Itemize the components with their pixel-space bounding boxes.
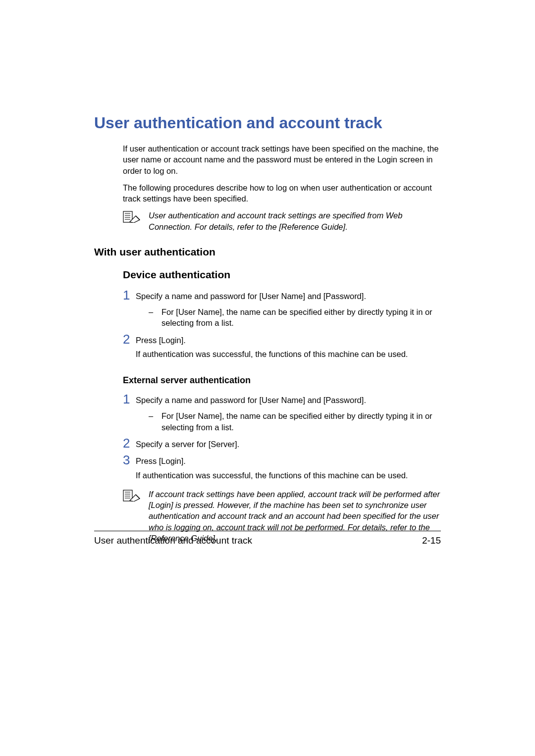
step-text: Specify a name and password for [User Na… xyxy=(136,395,366,405)
step-text: Specify a name and password for [User Na… xyxy=(136,291,366,302)
sub-row: – For [User Name], the name can be speci… xyxy=(94,306,441,329)
step-after: If authentication was successful, the fu… xyxy=(136,349,408,359)
step-after: If authentication was successful, the fu… xyxy=(136,470,408,481)
step-body: Specify a name and password for [User Na… xyxy=(136,394,366,408)
footer-rule xyxy=(94,531,441,531)
step-row: 1 Specify a name and password for [User … xyxy=(94,290,441,304)
section-device-auth: Device authentication xyxy=(94,269,441,281)
step-text: Press [Login]. xyxy=(136,455,408,466)
note-icon xyxy=(123,211,142,225)
note-icon xyxy=(123,490,142,504)
note-text-1: User authentication and account track se… xyxy=(149,210,441,232)
page-footer: User authentication and account track 2-… xyxy=(94,531,441,546)
footer-right: 2-15 xyxy=(422,535,441,546)
sub-text: For [User Name], the name can be specifi… xyxy=(161,410,441,433)
section-with-user-auth: With user authentication xyxy=(94,246,441,258)
step-row: 1 Specify a name and password for [User … xyxy=(94,394,441,408)
intro-block: If user authentication or account track … xyxy=(94,143,441,204)
step-text: Press [Login]. xyxy=(136,335,408,346)
step-row: 2 Press [Login]. If authentication was s… xyxy=(94,334,441,363)
step-text: Specify a server for [Server]. xyxy=(136,439,239,450)
sub-row: – For [User Name], the name can be speci… xyxy=(94,410,441,433)
step-number: 3 xyxy=(123,454,136,466)
step-number: 1 xyxy=(123,289,136,302)
step-number: 2 xyxy=(123,437,136,450)
step-row: 2 Specify a server for [Server]. xyxy=(94,438,441,453)
intro-paragraph-2: The following procedures describe how to… xyxy=(123,182,441,204)
dash-bullet: – xyxy=(149,306,161,317)
sub-text: For [User Name], the name can be specifi… xyxy=(161,306,441,329)
step-body: Specify a name and password for [User Na… xyxy=(136,290,366,304)
page-content: User authentication and account track If… xyxy=(0,0,535,544)
intro-paragraph-1: If user authentication or account track … xyxy=(123,143,441,176)
footer-line: User authentication and account track 2-… xyxy=(94,535,441,546)
step-number: 2 xyxy=(123,333,136,346)
note-block-1: User authentication and account track se… xyxy=(94,210,441,232)
footer-left: User authentication and account track xyxy=(94,535,252,546)
dash-bullet: – xyxy=(149,410,161,421)
step-row: 3 Press [Login]. If authentication was s… xyxy=(94,454,441,484)
step-number: 1 xyxy=(123,393,136,405)
page-title: User authentication and account track xyxy=(94,114,441,132)
section-external-auth: External server authentication xyxy=(94,375,441,386)
step-body: Specify a server for [Server]. xyxy=(136,438,239,453)
step-body: Press [Login]. If authentication was suc… xyxy=(136,334,408,363)
step-body: Press [Login]. If authentication was suc… xyxy=(136,454,408,484)
